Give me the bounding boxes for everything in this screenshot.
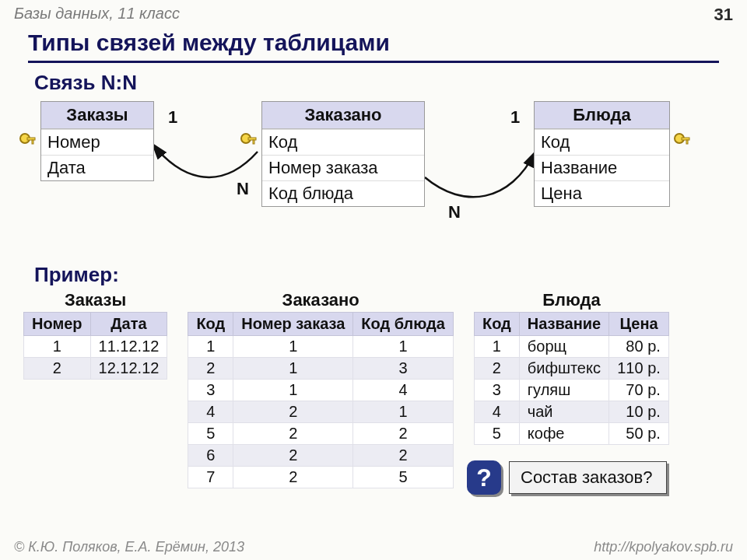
table-row: 212.12.12 (24, 358, 167, 380)
copyright: © К.Ю. Поляков, Е.А. Ерёмин, 2013 (14, 539, 244, 555)
table-row: 2бифштекс110 р. (474, 358, 668, 380)
example-dishes: Блюда Код Название Цена 1борщ80 р.2бифшт… (474, 290, 669, 445)
cardinality-many: N (237, 179, 249, 199)
cardinality-one: 1 (510, 107, 520, 128)
svg-rect-5 (253, 140, 254, 144)
er-diagram: Заказы Номер Дата Заказано Код Номер зак… (28, 101, 719, 249)
table-ordered: Код Номер заказа Код блюда 1112133144215… (188, 312, 454, 488)
key-icon (239, 131, 259, 156)
table-row: 1борщ80 р. (474, 336, 668, 358)
source-url: http://kpolyakov.spb.ru (594, 539, 733, 555)
table-row: 522 (188, 423, 454, 445)
table-row: 622 (188, 445, 454, 467)
entity-dishes-row-1: Название (535, 155, 669, 180)
entity-dishes: Блюда Код Название Цена (534, 101, 670, 207)
entity-ordered-row-1: Номер заказа (262, 155, 424, 180)
cardinality-many: N (448, 202, 461, 222)
entity-orders-row-0: Номер (41, 129, 153, 155)
example-ordered: Заказано Код Номер заказа Код блюда 1112… (188, 290, 454, 488)
relation-label: Связь N:N (0, 63, 747, 101)
svg-rect-8 (686, 140, 688, 144)
table-row: 421 (188, 401, 454, 423)
course-label: Базы данных, 11 класс (14, 5, 180, 23)
question-mark-icon: ? (467, 460, 501, 495)
entity-ordered-row-2: Код блюда (262, 180, 424, 206)
key-icon (672, 131, 693, 156)
table-row: 725 (188, 467, 454, 488)
question-callout: ? Состав заказов? (467, 460, 667, 495)
page-number: 31 (714, 5, 733, 25)
table-dishes: Код Название Цена 1борщ80 р.2бифштекс110… (474, 312, 669, 445)
entity-dishes-header: Блюда (535, 102, 669, 129)
entity-ordered-header: Заказано (262, 102, 424, 129)
table-row: 111.12.12 (24, 336, 167, 358)
entity-dishes-row-0: Код (535, 129, 669, 155)
entity-ordered-row-0: Код (262, 129, 424, 155)
question-text: Состав заказов? (509, 461, 667, 494)
entity-ordered: Заказано Код Номер заказа Код блюда (261, 101, 425, 207)
entity-orders-row-1: Дата (41, 155, 153, 180)
table-row: 5кофе50 р. (474, 423, 668, 445)
example-ordered-title: Заказано (188, 290, 454, 312)
table-row: 213 (188, 358, 454, 380)
example-orders: Заказы Номер Дата 111.12.12212.12.12 (23, 290, 167, 380)
table-row: 314 (188, 380, 454, 401)
svg-rect-2 (32, 140, 33, 144)
table-row: 111 (188, 336, 454, 358)
example-orders-title: Заказы (23, 290, 167, 312)
table-row: 3гуляш70 р. (474, 380, 668, 401)
slide-title: Типы связей между таблицами (28, 26, 719, 63)
table-orders: Номер Дата 111.12.12212.12.12 (23, 312, 167, 380)
table-row: 4чай10 р. (474, 401, 668, 423)
example-dishes-title: Блюда (474, 290, 669, 312)
key-icon (18, 131, 38, 156)
entity-orders: Заказы Номер Дата (40, 101, 154, 181)
entity-orders-header: Заказы (41, 102, 153, 129)
entity-dishes-row-2: Цена (535, 180, 669, 206)
example-label: Пример: (0, 249, 747, 290)
cardinality-one: 1 (168, 107, 177, 128)
